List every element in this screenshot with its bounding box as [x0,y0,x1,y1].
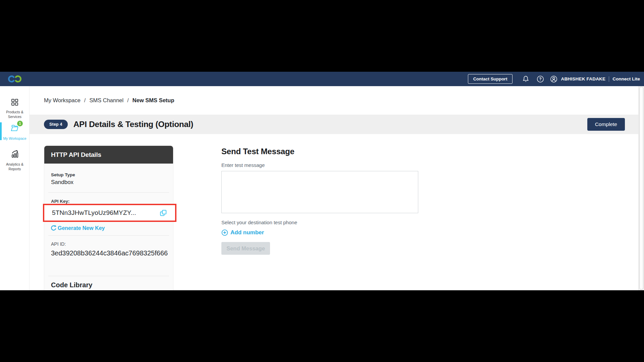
plus-circle-icon [221,229,228,236]
setup-type-label: Setup Type [51,172,75,177]
add-number-label: Add number [230,229,264,236]
content-area: Products & Services 1 My Workspace [0,86,644,290]
folder-icon [10,128,20,134]
send-message-button[interactable]: Send Message [221,242,270,255]
api-key-value: 5TNn3JHwTLyoUz96MYZY... [52,209,136,217]
send-test-message-section: Send Test Message Enter test message Sel… [221,147,419,281]
breadcrumb-my-workspace[interactable]: My Workspace [44,97,80,104]
copy-icon[interactable] [159,208,168,218]
setup-type-value: Sandbox [51,179,73,186]
api-key-label: API Key: [51,199,70,204]
user-avatar-icon[interactable] [549,75,558,83]
test-message-label: Enter test message [221,162,265,168]
sidebar: Products & Services 1 My Workspace [0,86,30,290]
brand-logo-icon [7,74,22,83]
grid-icon [10,98,19,108]
http-api-details-panel: HTTP API Details Setup Type Sandbox API … [44,145,173,290]
panel-title: HTTP API Details [51,151,101,159]
page-title: API Details & Testing (Optional) [73,120,193,129]
sidebar-item-label: Analytics & Reports [2,162,27,171]
notifications-bell-icon[interactable] [521,75,530,83]
section-title: Send Test Message [221,147,294,156]
api-key-highlight-box: 5TNn3JHwTLyoUz96MYZY... [43,204,176,222]
app-screen: Contact Support ? [0,0,644,362]
breadcrumb-current-page: New SMS Setup [132,97,174,104]
sidebar-item-analytics-reports[interactable]: Analytics & Reports [0,149,30,171]
sidebar-item-my-workspace[interactable]: 1 My Workspace [0,123,30,141]
generate-new-key-link[interactable]: Generate New Key [50,225,105,232]
generate-new-key-label: Generate New Key [58,225,105,231]
main-panel: My Workspace / SMS Channel / New SMS Set… [30,86,638,290]
user-name[interactable]: ABHISHEK FADAKE [561,76,605,81]
refresh-icon [50,225,57,232]
breadcrumb-separator: / [127,97,129,104]
add-number-link[interactable]: Add number [221,229,264,236]
step-badge: Step 4 [44,120,68,129]
sidebar-item-label: My Workspace [2,136,27,141]
divider [48,192,169,193]
sidebar-item-label: Products & Services [2,110,27,119]
vertical-scrollbar [638,86,644,290]
step-header-bar: Step 4 API Details & Testing (Optional) … [30,115,638,134]
complete-button[interactable]: Complete [587,118,625,131]
panel-header: HTTP API Details [44,146,173,164]
bar-chart-icon [10,149,20,160]
scrollbar-thumb[interactable] [639,87,643,290]
code-library-heading: Code Library [51,281,92,289]
breadcrumb-sms-channel[interactable]: SMS Channel [89,97,123,104]
divider [48,276,169,276]
header-divider [609,76,609,82]
destination-phone-label: Select your destination test phone [221,220,297,225]
breadcrumb-separator: / [84,97,86,104]
sidebar-item-products-services[interactable]: Products & Services [0,98,30,119]
api-id-label: API ID: [51,241,66,247]
app-header: Contact Support ? [0,72,644,86]
test-message-input[interactable] [221,171,418,213]
workspace-count-badge: 1 [17,121,23,126]
svg-text:?: ? [539,77,542,81]
breadcrumb: My Workspace / SMS Channel / New SMS Set… [44,97,174,104]
divider [48,235,169,236]
api-id-value: 3ed39208b36244c3846ac7698325f666 [51,248,168,258]
plan-name: Connect Lite [612,76,640,81]
help-icon[interactable]: ? [536,75,545,83]
contact-support-button[interactable]: Contact Support [468,74,513,84]
